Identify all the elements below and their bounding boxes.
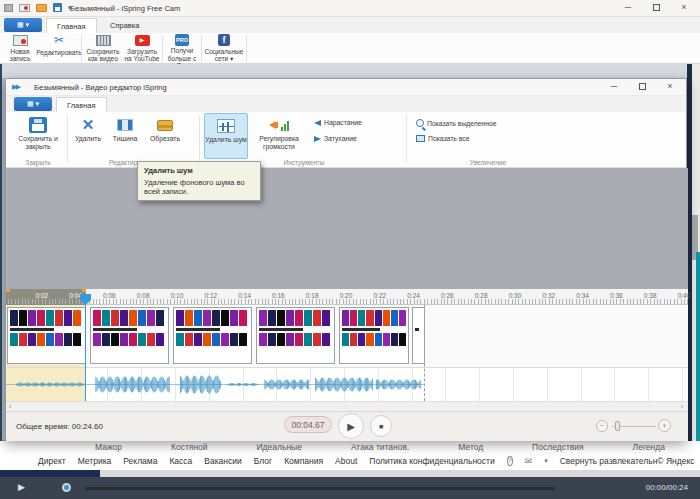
show-selected-button[interactable]: Показать выделенное	[416, 119, 497, 127]
freecam-app-menu-button[interactable]: ▦ ▾	[4, 18, 42, 32]
fade-out-icon	[314, 136, 321, 142]
footer-link[interactable]: Директ	[38, 456, 66, 466]
selection-handle-left[interactable]	[6, 289, 10, 292]
filmstrip-icon	[96, 35, 111, 46]
editor-window-controls: ─ ×	[600, 79, 684, 96]
timeline: 0:020:040:060:080:100:120:140:160:180:20…	[6, 289, 688, 441]
record-icon[interactable]	[19, 4, 30, 12]
ruler-label: 0:30	[504, 292, 526, 299]
footer-link[interactable]: Вакансии	[204, 456, 241, 466]
timeline-ruler[interactable]: 0:020:040:060:080:100:120:140:160:180:20…	[6, 289, 688, 305]
footer-link[interactable]: Метрика	[78, 456, 112, 466]
ruler-label: 0:16	[267, 292, 289, 299]
delete-x-icon: ✕	[82, 116, 95, 134]
save-as-video-button[interactable]: Сохранить как видео	[84, 34, 122, 63]
mail-icon[interactable]: ✉	[525, 456, 533, 466]
player-play-icon[interactable]: ▶	[18, 482, 25, 492]
editor-maximize-button[interactable]	[628, 79, 656, 95]
monitor-record-icon	[13, 35, 28, 46]
fade-in-icon	[314, 120, 321, 126]
maximize-button[interactable]	[642, 0, 670, 16]
new-recording-button[interactable]: Новая запись	[2, 34, 38, 63]
timeline-scrollbar[interactable]: ‹ ›	[6, 401, 688, 411]
play-button[interactable]: ▶	[338, 413, 364, 439]
save-and-close-button[interactable]: Сохранить и закрыть	[12, 115, 64, 151]
chevron-down-icon[interactable]: ▾	[544, 457, 548, 465]
upload-youtube-button[interactable]: ▶ Загрузить на YouTube	[123, 34, 161, 63]
get-pro-button[interactable]: PRO Получи больше с Pro	[164, 34, 200, 63]
minimize-button[interactable]: ─	[614, 0, 642, 16]
header-link[interactable]: Последствия	[532, 442, 584, 452]
ruler-label: 0:14	[234, 292, 256, 299]
footer-collapse-link[interactable]: Свернуть развлекательн© Яндекс	[560, 456, 695, 466]
zoom-in-button[interactable]: +	[658, 419, 671, 432]
playhead-line	[85, 305, 86, 401]
editor-titlebar[interactable]: ▶▶ Безымянный - Видео редактор iSpring ─…	[6, 79, 686, 96]
video-edge	[0, 470, 100, 477]
tab-home[interactable]: Главная	[46, 18, 97, 33]
app-system-icon[interactable]	[4, 4, 13, 12]
help-icon[interactable]: ?	[507, 456, 513, 466]
edit-button[interactable]: ✂ Редактировать	[38, 34, 80, 63]
film-card[interactable]	[7, 307, 86, 364]
header-link[interactable]: Костяной	[171, 442, 208, 452]
freecam-titlebar[interactable]: ▾ Безымянный - iSpring Free Cam ─ ×	[0, 0, 700, 17]
total-time-label: Общее время: 00:24.60	[16, 422, 103, 431]
editor-app-menu-button[interactable]: ▦ ▾	[14, 97, 52, 111]
ruler-label: 0:20	[335, 292, 357, 299]
remove-noise-button[interactable]: Удалить шум	[204, 113, 248, 159]
header-link[interactable]: Легенда	[633, 442, 665, 452]
ruler-label: 0:34	[572, 292, 594, 299]
film-card[interactable]	[256, 307, 335, 364]
zoom-slider-thumb[interactable]	[615, 421, 620, 431]
footer-link[interactable]: Компания	[284, 456, 323, 466]
header-link[interactable]: Метод	[458, 442, 483, 452]
magnifier-icon	[416, 119, 424, 127]
zoom-out-button[interactable]: −	[596, 420, 608, 432]
fade-out-button[interactable]: Затухание	[314, 135, 357, 142]
player-progress-bar[interactable]	[85, 487, 555, 490]
silence-button[interactable]: Тишина	[107, 115, 143, 143]
ruler-ticks	[8, 299, 688, 304]
footer-link[interactable]: About	[335, 456, 357, 466]
current-time-display: 00:04.67	[284, 416, 332, 433]
volume-button[interactable]: Регулировка громкости	[250, 115, 308, 151]
youtube-icon: ▶	[135, 35, 150, 46]
editor-close-button[interactable]: ×	[656, 79, 684, 95]
header-link[interactable]: Мажор	[95, 442, 122, 452]
delete-button[interactable]: ✕ Удалить	[70, 115, 106, 143]
editor-minimize-button[interactable]: ─	[600, 79, 628, 95]
header-link[interactable]: Идеальные	[257, 442, 302, 452]
footer-links: ДиректМетрикаРекламаКассаВакансииБлогКом…	[38, 456, 495, 466]
audio-waveform-track[interactable]	[6, 367, 688, 401]
ruler-label: 0:40	[673, 292, 695, 299]
header-link[interactable]: Атака титанов.	[351, 442, 409, 452]
footer-link[interactable]: Касса	[169, 456, 192, 466]
fade-in-button[interactable]: Нарастание	[314, 119, 362, 126]
video-track[interactable]	[6, 305, 688, 367]
preview-teal-strip	[696, 252, 700, 441]
close-button[interactable]: ×	[670, 0, 698, 16]
tab-help[interactable]: Справка	[100, 18, 149, 33]
save-icon[interactable]	[53, 3, 62, 12]
film-card[interactable]	[90, 307, 169, 364]
show-all-button[interactable]: Показать все	[416, 135, 470, 142]
open-folder-icon[interactable]	[36, 4, 47, 12]
footer-link[interactable]: Блог	[254, 456, 272, 466]
editor-tab-strip: ▦ ▾ Главная	[6, 96, 686, 112]
video-preview-left-edge	[0, 64, 2, 441]
editor-title: Безымянный - Видео редактор iSpring	[34, 83, 167, 92]
film-card[interactable]	[339, 307, 409, 364]
footer-link[interactable]: Реклама	[123, 456, 157, 466]
stop-button[interactable]: ■	[370, 415, 392, 437]
social-networks-button[interactable]: f Социальные сети ▾	[203, 34, 245, 63]
footer-link[interactable]: Политика конфиденциальности	[369, 456, 494, 466]
ruler-label: 0:26	[436, 292, 458, 299]
player-scrubber-handle[interactable]	[62, 483, 71, 492]
trim-button[interactable]: Обрезать	[144, 115, 186, 143]
film-card[interactable]	[173, 307, 252, 364]
ruler-label: 0:08	[132, 292, 154, 299]
ruler-label: 0:10	[166, 292, 188, 299]
tooltip-text: Удаление фонового шума во всей записи.	[144, 178, 254, 196]
editor-tab-home[interactable]: Главная	[56, 97, 107, 112]
